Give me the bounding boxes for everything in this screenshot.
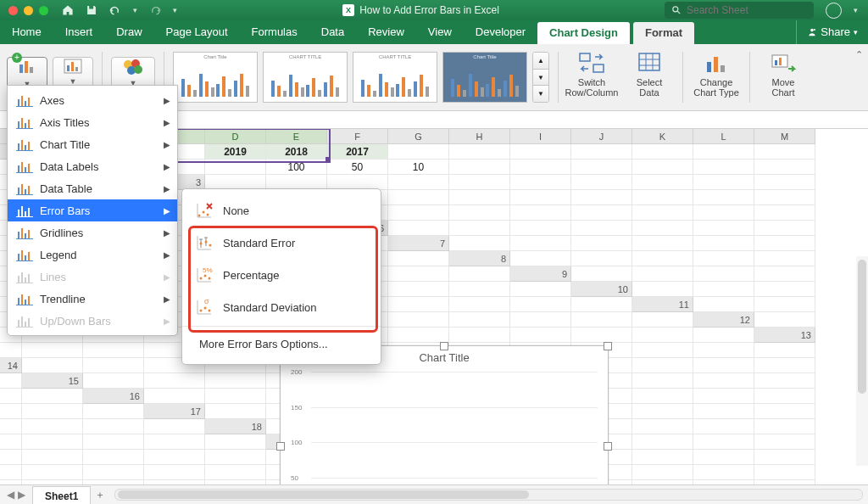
cell[interactable] [449, 282, 510, 297]
column-header[interactable]: D [205, 129, 266, 144]
chart-style-thumb[interactable]: CHART TITLE [353, 52, 437, 103]
cell[interactable] [144, 434, 205, 450]
cell[interactable] [693, 404, 754, 419]
cell[interactable] [632, 190, 693, 205]
cell[interactable] [571, 144, 632, 160]
search-box[interactable] [665, 2, 814, 19]
menu-item-axis-titles[interactable]: Axis Titles▶ [8, 111, 177, 133]
cell[interactable] [83, 434, 144, 450]
cell[interactable] [22, 465, 83, 480]
cell[interactable] [693, 465, 754, 480]
cell[interactable] [449, 160, 510, 175]
close-icon[interactable] [8, 6, 18, 15]
cell[interactable] [449, 205, 510, 221]
row-header[interactable]: 10 [571, 282, 632, 297]
account-caret-icon[interactable]: ▾ [854, 6, 858, 14]
row-header[interactable]: 11 [632, 297, 693, 312]
cell[interactable]: 10 [388, 160, 449, 175]
cell[interactable] [632, 343, 693, 358]
cell[interactable] [632, 480, 693, 484]
cell[interactable] [571, 312, 632, 328]
row-header[interactable]: 12 [693, 312, 754, 328]
submenu-item-standard-error[interactable]: Standard Error [182, 227, 381, 259]
gallery-more-icon[interactable]: ▼ [533, 86, 548, 102]
cell[interactable] [205, 480, 266, 484]
cell[interactable] [754, 236, 815, 251]
cell[interactable] [510, 144, 571, 160]
menu-item-trendline[interactable]: Trendline▶ [8, 288, 177, 310]
column-header[interactable]: L [693, 129, 754, 144]
row-header[interactable]: 13 [754, 328, 815, 343]
cell[interactable] [632, 373, 693, 389]
cell[interactable] [510, 328, 571, 343]
move-chart-button[interactable]: Move Chart [759, 47, 808, 108]
gallery-scroll[interactable]: ▲ ▼ ▼ [532, 52, 549, 103]
chart-style-thumb[interactable]: Chart Title [442, 52, 527, 103]
cell[interactable] [693, 328, 754, 343]
cell[interactable] [83, 404, 144, 419]
tab-developer[interactable]: Developer [464, 20, 537, 44]
undo-icon[interactable] [109, 4, 121, 16]
embedded-chart[interactable]: Chart Title 0501001502002020201920182017… [280, 345, 609, 484]
cell[interactable] [632, 236, 693, 251]
cell[interactable]: 2018 [266, 144, 327, 160]
cell[interactable] [632, 144, 693, 160]
column-header[interactable]: G [388, 129, 449, 144]
add-sheet-button[interactable]: ＋ [91, 488, 109, 502]
cell[interactable] [510, 282, 571, 297]
row-header[interactable]: 18 [205, 419, 266, 434]
cell[interactable] [571, 190, 632, 205]
menu-item-legend[interactable]: Legend▶ [8, 244, 177, 266]
cell[interactable] [693, 221, 754, 236]
select-data-button[interactable]: Select Data [625, 47, 674, 108]
cell[interactable] [0, 419, 22, 434]
cell[interactable] [388, 175, 449, 190]
cell[interactable] [632, 404, 693, 419]
cell[interactable] [22, 343, 83, 358]
share-button[interactable]: Share ▾ [796, 20, 868, 44]
cell[interactable] [754, 465, 815, 480]
menu-item-gridlines[interactable]: Gridlines▶ [8, 221, 177, 244]
cell[interactable] [632, 160, 693, 175]
scrollbar-thumb[interactable] [118, 490, 528, 499]
cell[interactable] [83, 465, 144, 480]
cell[interactable] [693, 480, 754, 484]
row-header[interactable]: 15 [22, 373, 83, 389]
tab-home[interactable]: Home [0, 20, 53, 44]
cell[interactable] [632, 221, 693, 236]
cell[interactable] [22, 404, 83, 419]
cell[interactable]: 2017 [327, 144, 388, 160]
cell[interactable] [510, 205, 571, 221]
resize-handle[interactable] [440, 342, 448, 350]
tab-format[interactable]: Format [633, 22, 694, 44]
cell[interactable] [0, 404, 22, 419]
cell[interactable] [388, 312, 449, 328]
account-icon[interactable] [826, 3, 842, 19]
cell[interactable] [754, 282, 815, 297]
gallery-up-icon[interactable]: ▲ [533, 53, 548, 70]
cell[interactable] [571, 297, 632, 312]
minimize-icon[interactable] [24, 6, 33, 15]
cell[interactable] [449, 266, 510, 282]
ribbon-collapse-icon[interactable]: ⌃ [855, 49, 863, 60]
cell[interactable] [754, 251, 815, 266]
cell[interactable] [0, 434, 22, 450]
chart-style-thumb[interactable]: CHART TITLE [263, 52, 348, 103]
cell[interactable] [83, 343, 144, 358]
cell[interactable] [83, 450, 144, 465]
cell[interactable] [388, 251, 449, 266]
cell[interactable] [205, 373, 266, 389]
cell[interactable] [693, 282, 754, 297]
home-icon[interactable] [62, 4, 74, 16]
cell[interactable] [388, 144, 449, 160]
undo-caret-icon[interactable]: ▾ [133, 6, 137, 14]
cell[interactable] [0, 343, 22, 358]
cell[interactable] [693, 373, 754, 389]
plot-area[interactable]: 0501001502002020201920182017 [311, 372, 598, 484]
row-header[interactable]: 14 [0, 358, 22, 373]
cell[interactable] [510, 251, 571, 266]
cell[interactable] [754, 190, 815, 205]
cell[interactable] [632, 419, 693, 434]
cell[interactable] [510, 236, 571, 251]
tab-data[interactable]: Data [309, 20, 356, 44]
